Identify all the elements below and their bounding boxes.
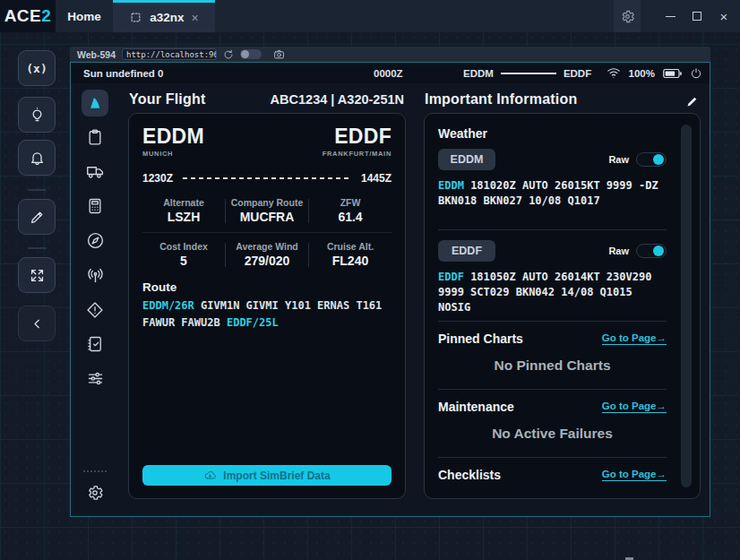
station-eddf-button[interactable]: EDDF <box>438 240 495 262</box>
notifications-button[interactable] <box>18 140 56 176</box>
zulu-time: 0000Z <box>374 68 403 79</box>
refresh-button[interactable] <box>223 49 234 60</box>
info-panel-header: Important Information <box>415 83 710 111</box>
maintenance-row: Maintenance Go to Page→ <box>438 400 667 414</box>
url-text: http://localhost:9696/ <box>126 50 217 59</box>
minimize-icon <box>666 16 675 17</box>
browser-toggle[interactable] <box>240 49 262 59</box>
annotate-button[interactable] <box>18 199 56 235</box>
stats-row: Cost Index5 Average Wind279/020 Cruise A… <box>142 241 392 268</box>
raw-toggle-eddf[interactable] <box>636 244 667 258</box>
station-code: EDDF <box>452 245 482 257</box>
info-scrollbar[interactable] <box>681 125 692 487</box>
metar-station: EDDF <box>438 271 464 283</box>
stat-label: Average Wind <box>226 241 308 252</box>
raw-toggle-eddm[interactable] <box>636 152 667 167</box>
raw-toggle-group: Raw <box>608 244 667 258</box>
toolbar-divider <box>28 247 47 249</box>
stat-label: Cruise Alt. <box>309 241 392 252</box>
metar-eddf: EDDF 181050Z AUTO 26014KT 230V290 9999 S… <box>438 270 667 321</box>
gear-icon <box>86 484 104 502</box>
flight-card: EDDM MUNICH EDDF FRANKFURT/MAIN 1230Z 14… <box>128 113 406 499</box>
power-button[interactable] <box>690 67 702 80</box>
sidebar-item-navigation[interactable] <box>86 231 105 250</box>
antenna-icon <box>86 266 105 285</box>
stat-cost-index: Cost Index5 <box>142 241 225 268</box>
flight-stats: AlternateLSZH Company RouteMUCFRA ZFW61.… <box>142 197 392 268</box>
raw-label: Raw <box>608 246 629 256</box>
sidebar-item-performance[interactable] <box>86 197 104 215</box>
url-input[interactable]: http://localhost:9696/ <box>122 48 217 60</box>
route-string: EDDM/26R GIVM1N GIVMI Y101 ERNAS T161 FA… <box>142 297 392 331</box>
refresh-icon <box>223 49 234 60</box>
origin-city: MUNICH <box>142 150 204 158</box>
sidebar <box>71 83 119 516</box>
destination-icao: EDDF <box>323 126 392 147</box>
route-departure: EDDM/26R <box>142 299 194 312</box>
flight-panel-title: Your Flight <box>129 91 205 108</box>
pinned-charts-link[interactable]: Go to Page→ <box>602 332 667 345</box>
screenshot-button[interactable] <box>273 48 285 60</box>
sidebar-bottom <box>83 470 107 516</box>
section-divider <box>438 321 667 322</box>
sidebar-item-settings[interactable] <box>86 484 104 502</box>
maximize-button[interactable] <box>684 0 710 32</box>
status-destination: EDDF <box>564 68 591 79</box>
flight-callsign-aircraft: ABC1234 | A320-251N <box>271 92 404 107</box>
destination-airport: EDDF FRANKFURT/MAIN <box>323 126 392 158</box>
weather-station-row: EDDM Raw <box>438 149 667 170</box>
tab-a32nx-label: a32nx <box>150 11 184 24</box>
tab-home-label: Home <box>67 10 101 23</box>
checklists-link[interactable]: Go to Page→ <box>602 469 667 481</box>
sidebar-item-failures[interactable] <box>86 301 104 319</box>
stats-divider <box>142 232 392 233</box>
stat-label: Cost Index <box>142 241 225 252</box>
tab-a32nx[interactable]: a32nx × <box>113 0 215 32</box>
close-button[interactable]: × <box>710 0 737 32</box>
station-eddm-button[interactable]: EDDM <box>438 149 495 170</box>
stat-company-route: Company RouteMUCFRA <box>226 197 308 224</box>
sidebar-item-presets[interactable] <box>86 369 105 388</box>
stats-row: AlternateLSZH Company RouteMUCFRA ZFW61.… <box>142 197 392 224</box>
tab-close-icon[interactable]: × <box>192 11 199 25</box>
status-origin: EDDM <box>463 68 494 79</box>
stat-value: 61.4 <box>309 210 392 224</box>
sidebar-item-atc[interactable] <box>86 266 105 285</box>
minimize-button[interactable] <box>657 0 684 32</box>
flight-panel-header: Your Flight ABC1234 | A320-251N <box>119 83 415 111</box>
sidebar-drag-handle[interactable] <box>83 470 107 472</box>
bell-icon <box>29 150 46 167</box>
sidebar-item-flight[interactable] <box>82 90 108 116</box>
window-controls: × <box>614 0 737 32</box>
flight-progress: EDDM EDDF <box>463 68 591 79</box>
airports-row: EDDM MUNICH EDDF FRANKFURT/MAIN <box>142 126 392 158</box>
chevron-left-icon <box>30 316 45 332</box>
stat-zfw: ZFW61.4 <box>309 197 392 224</box>
metar-station: EDDM <box>438 179 464 192</box>
pencil-icon <box>685 95 699 108</box>
sidebar-item-ground[interactable] <box>86 162 105 181</box>
edit-info-button[interactable] <box>685 95 699 108</box>
sidebar-item-dispatch[interactable] <box>86 128 104 146</box>
checklists-heading: Checklists <box>438 468 501 482</box>
info-card: Weather EDDM Raw EDDM 181020Z AUTO 26015… <box>424 113 701 499</box>
app-window: Web-594 http://localhost:9696/ Sun undef… <box>70 47 710 517</box>
origin-airport: EDDM MUNICH <box>142 126 204 158</box>
maintenance-link[interactable]: Go to Page→ <box>602 401 667 413</box>
flight-dashed-line <box>183 177 351 179</box>
fullscreen-button[interactable] <box>18 257 56 293</box>
route-section: Route EDDM/26R GIVM1N GIVMI Y101 ERNAS T… <box>142 280 392 331</box>
titlebar-gear-button[interactable] <box>614 0 641 32</box>
origin-icao: EDDM <box>142 126 204 147</box>
close-icon: × <box>720 10 728 23</box>
flight-logo-icon <box>87 95 103 111</box>
logo-accent: 2 <box>41 6 51 26</box>
import-simbrief-button[interactable]: Import SimBrief Data <box>142 465 392 486</box>
camera-icon <box>273 48 285 60</box>
raw-label: Raw <box>608 154 629 165</box>
tab-home[interactable]: Home <box>56 0 113 32</box>
idea-button[interactable] <box>18 97 56 133</box>
variables-button[interactable]: (x) <box>18 50 56 86</box>
collapse-toolbar-button[interactable] <box>18 306 56 341</box>
sidebar-item-checklists[interactable] <box>86 335 104 353</box>
